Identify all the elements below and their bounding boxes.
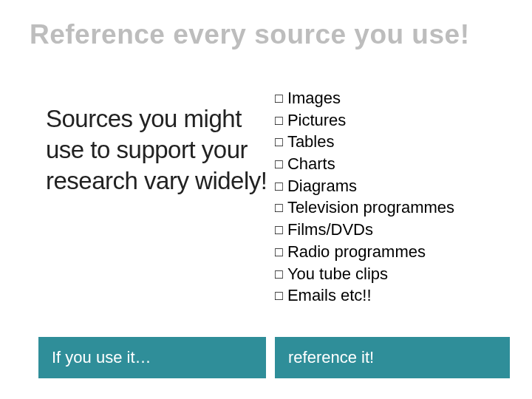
footer: If you use it… reference it! [38, 337, 510, 378]
list-item: Diagrams [275, 175, 510, 197]
slide-body: Sources you might use to support your re… [46, 87, 510, 307]
footer-right-box: reference it! [275, 337, 510, 378]
list-item: Television programmes [275, 197, 510, 219]
body-left: Sources you might use to support your re… [46, 87, 267, 307]
list-item: Emails etc!! [275, 284, 510, 307]
list-item: Images [275, 87, 510, 109]
footer-right-text: reference it! [288, 348, 374, 367]
list-item: Films/DVDs [275, 219, 510, 241]
subtitle-text: Sources you might use to support your re… [46, 103, 267, 197]
list-item: Tables [275, 131, 510, 153]
body-right: Images Pictures Tables Charts Diagrams T… [267, 87, 510, 307]
list-item: You tube clips [275, 263, 510, 285]
source-list: Images Pictures Tables Charts Diagrams T… [275, 87, 510, 307]
list-item: Charts [275, 153, 510, 175]
list-item: Radio programmes [275, 241, 510, 263]
footer-left-box: If you use it… [38, 337, 266, 378]
slide: Reference every source you use! Sources … [0, 0, 532, 399]
footer-left-text: If you use it… [52, 348, 151, 367]
list-item: Pictures [275, 109, 510, 132]
slide-title: Reference every source you use! [30, 19, 517, 50]
